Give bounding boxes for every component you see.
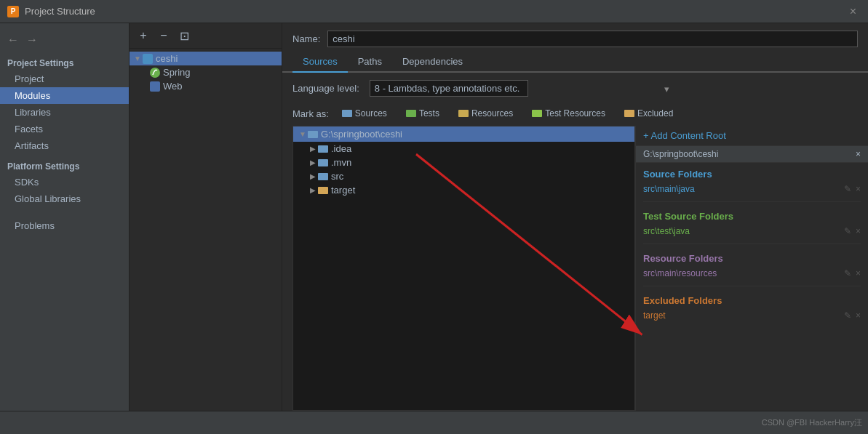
resource-folders-label: Resource Folders	[643, 253, 861, 264]
add-module-button[interactable]: +	[135, 28, 151, 44]
mark-test-resources-button[interactable]: Test Resources	[526, 107, 611, 120]
test-source-folder-actions: ✎ ×	[844, 226, 861, 236]
test-source-folder-path: src\test\java	[643, 226, 690, 236]
expand-icon[interactable]: ▼	[132, 54, 143, 64]
edit-test-source-folder[interactable]: ✎	[844, 226, 851, 236]
idea-label: .idea	[331, 143, 351, 154]
name-input[interactable]	[327, 31, 858, 47]
src-expand[interactable]: ▶	[308, 172, 318, 182]
svg-rect-0	[144, 55, 151, 63]
module-tree: ▼ ceshi Spring	[130, 49, 282, 411]
edit-resource-folder[interactable]: ✎	[844, 268, 851, 278]
tests-icon	[406, 110, 416, 117]
remove-resource-folder[interactable]: ×	[856, 268, 861, 278]
spring-icon	[150, 68, 160, 78]
excluded-folders-section: Excluded Folders target ✎ ×	[636, 289, 868, 325]
mvn-expand[interactable]: ▶	[308, 158, 318, 168]
mark-excluded-button[interactable]: Excluded	[618, 107, 679, 120]
content-tree-target[interactable]: ▶ target	[293, 183, 634, 197]
app-icon: P	[7, 6, 19, 17]
divider-2	[643, 244, 861, 244]
path-header: G:\springboot\ceshi ×	[636, 146, 868, 163]
language-level-select[interactable]: 8 - Lambdas, type annotations etc.	[370, 80, 528, 97]
edit-excluded-folder[interactable]: ✎	[844, 310, 851, 321]
copy-module-button[interactable]: ⊡	[176, 28, 192, 44]
src-folder-icon	[318, 173, 328, 180]
content-area: ▼ G:\springboot\ceshi ▶ .idea ▶	[282, 126, 868, 411]
excluded-folder-actions: ✎ ×	[844, 310, 861, 321]
platform-settings-label: Platform Settings	[0, 157, 129, 174]
sidebar: ← → Project Settings Project Modules Lib…	[0, 23, 130, 411]
tree-node-spring[interactable]: Spring	[130, 65, 282, 79]
tree-node-ceshi[interactable]: ▼ ceshi	[130, 52, 282, 65]
sources-icon	[342, 110, 352, 117]
content-tree-idea[interactable]: ▶ .idea	[293, 142, 634, 156]
content-tree-root-label: G:\springboot\ceshi	[321, 129, 402, 140]
tab-sources[interactable]: Sources	[292, 52, 348, 73]
target-expand[interactable]: ▶	[308, 185, 318, 196]
divider-1	[643, 201, 861, 202]
test-source-folder-row: src\test\java ✎ ×	[643, 225, 861, 238]
remove-module-button[interactable]: −	[156, 28, 172, 44]
test-resources-icon	[532, 110, 542, 117]
content-tree-mvn[interactable]: ▶ .mvn	[293, 156, 634, 169]
content-tree[interactable]: ▼ G:\springboot\ceshi ▶ .idea ▶	[292, 126, 635, 411]
sidebar-item-problems[interactable]: Problems	[0, 217, 129, 234]
sidebar-item-global-libraries[interactable]: Global Libraries	[0, 190, 129, 207]
source-folder-path: src\main\java	[643, 184, 695, 194]
sidebar-item-project[interactable]: Project	[0, 71, 129, 87]
mvn-folder-icon	[318, 159, 328, 166]
back-button[interactable]: ←	[6, 32, 20, 48]
project-structure-window: P Project Structure × ← → Project Settin…	[0, 0, 868, 434]
sidebar-item-facets[interactable]: Facets	[0, 121, 129, 137]
tree-panel: + − ⊡ ▼ ceshi	[130, 23, 282, 411]
close-button[interactable]: ×	[845, 4, 861, 20]
panel-body: Language level: 8 - Lambdas, type annota…	[282, 73, 868, 411]
mark-sources-button[interactable]: Sources	[336, 107, 393, 120]
content-right-panel: + Add Content Root G:\springboot\ceshi ×…	[635, 126, 868, 411]
resources-icon	[458, 110, 469, 117]
source-folders-section: Source Folders src\main\java ✎ ×	[636, 163, 868, 198]
path-header-label: G:\springboot\ceshi	[643, 149, 718, 159]
remove-excluded-folder[interactable]: ×	[856, 310, 861, 321]
window-title: Project Structure	[25, 6, 845, 17]
language-level-select-wrapper: 8 - Lambdas, type annotations etc.	[370, 80, 675, 97]
remove-source-folder[interactable]: ×	[856, 184, 861, 194]
content-tree-src[interactable]: ▶ src	[293, 169, 634, 183]
mark-as-row: Mark as: Sources Tests Resources	[282, 104, 868, 126]
language-level-label: Language level:	[292, 83, 359, 94]
resource-folder-actions: ✎ ×	[844, 268, 861, 278]
nav-buttons: ← →	[0, 29, 129, 51]
web-icon	[150, 81, 160, 92]
excluded-folder-path: target	[643, 310, 666, 321]
src-label: src	[331, 171, 343, 182]
forward-button[interactable]: →	[25, 32, 39, 48]
name-row: Name:	[282, 23, 868, 52]
test-source-folders-section: Test Source Folders src\test\java ✎ ×	[636, 205, 868, 241]
add-content-root-row: + Add Content Root	[636, 126, 868, 146]
tree-node-spring-label: Spring	[163, 67, 191, 78]
add-content-root-button[interactable]: + Add Content Root	[643, 130, 726, 141]
mark-tests-button[interactable]: Tests	[400, 107, 445, 120]
test-source-folders-label: Test Source Folders	[643, 211, 861, 222]
tab-dependencies[interactable]: Dependencies	[392, 52, 473, 71]
sidebar-item-libraries[interactable]: Libraries	[0, 104, 129, 121]
idea-expand[interactable]: ▶	[308, 144, 318, 154]
resource-folder-path: src\main\resources	[643, 268, 717, 278]
root-expand-icon[interactable]: ▼	[298, 129, 308, 140]
mark-as-label: Mark as:	[292, 108, 329, 119]
close-path-button[interactable]: ×	[856, 149, 861, 159]
sidebar-item-sdks[interactable]: SDKs	[0, 174, 129, 190]
sidebar-item-artifacts[interactable]: Artifacts	[0, 137, 129, 154]
tree-node-web[interactable]: Web	[130, 79, 282, 93]
edit-source-folder[interactable]: ✎	[844, 184, 851, 194]
remove-test-source-folder[interactable]: ×	[856, 226, 861, 236]
mark-resources-button[interactable]: Resources	[453, 107, 519, 120]
content-tree-root[interactable]: ▼ G:\springboot\ceshi	[293, 126, 634, 142]
svg-rect-1	[151, 83, 159, 90]
divider-3	[643, 286, 861, 286]
sidebar-item-modules[interactable]: Modules	[0, 87, 129, 104]
target-folder-icon	[318, 187, 328, 194]
name-label: Name:	[292, 33, 320, 44]
tab-paths[interactable]: Paths	[348, 52, 392, 71]
